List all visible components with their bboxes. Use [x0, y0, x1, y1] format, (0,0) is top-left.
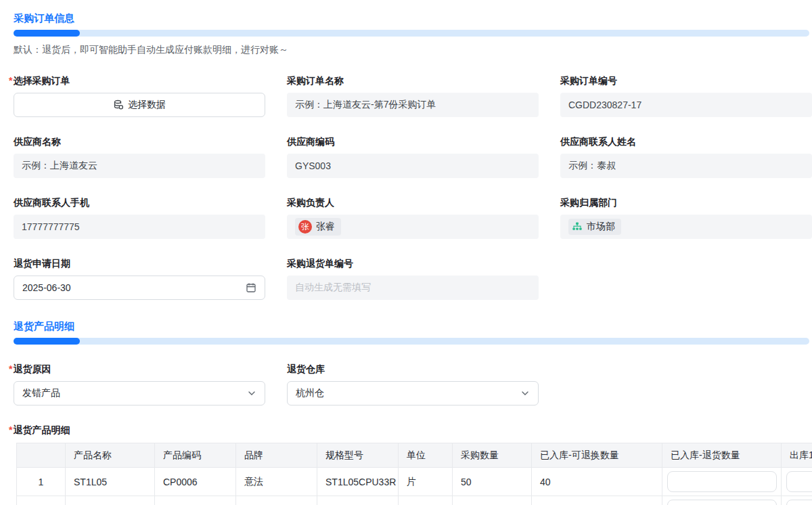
product-table-wrap: 产品名称 产品编码 品牌 规格型号 单位 采购数量 已入库-可退换数量 已入库-… — [16, 443, 812, 505]
supplier-name-value: 示例：上海道友云 — [14, 154, 265, 178]
outbound-qty-input[interactable] — [786, 500, 812, 505]
required-asterisk: * — [9, 424, 12, 437]
return-date-picker[interactable] — [14, 276, 265, 300]
purchaser-name: 张睿 — [316, 221, 335, 233]
section-detail-title: 退货产品明细 — [14, 320, 812, 332]
table-header-row: 产品名称 产品编码 品牌 规格型号 单位 采购数量 已入库-可退换数量 已入库-… — [17, 443, 812, 468]
cell-index: 2 — [17, 496, 66, 505]
col-header-spec: 规格型号 — [317, 443, 399, 468]
field-supplier-code: 供应商编码 GYS003 — [287, 136, 539, 178]
cell-returnable: 40 — [532, 468, 662, 496]
section-progress-track — [14, 30, 809, 37]
select-order-label: * 选择采购订单 — [14, 75, 265, 87]
cell-unit: 片 — [399, 468, 453, 496]
section-detail-header: 退货产品明细 — [14, 320, 812, 345]
cell-product-code: CP0006 — [155, 468, 236, 496]
supplier-contact-label: 供应商联系人姓名 — [560, 136, 812, 148]
col-header-returnable: 已入库-可退换数量 — [532, 443, 662, 468]
col-header-outbound: 出库1 — [782, 443, 812, 468]
cell-brand: 戴克威尔 — [236, 496, 317, 505]
outbound-qty-input[interactable] — [786, 471, 812, 492]
field-supplier-name: 供应商名称 示例：上海道友云 — [14, 136, 265, 178]
section-order-title: 采购订单信息 — [14, 12, 812, 24]
col-header-product-name: 产品名称 — [66, 443, 155, 468]
select-data-button[interactable]: 选择数据 — [14, 93, 265, 117]
cell-unit: 套 — [399, 496, 453, 505]
field-return-reason: * 退货原因 发错产品 — [14, 364, 265, 405]
supplier-name-label: 供应商名称 — [14, 136, 265, 148]
col-header-return-qty: 已入库-退货数量 — [662, 443, 782, 468]
table-row: 1 ST1L05 CP0006 意法 ST1L05CPU33R 片 50 40 — [17, 468, 812, 496]
return-reason-select[interactable]: 发错产品 — [14, 381, 265, 405]
supplier-phone-value: 17777777775 — [14, 215, 265, 239]
required-asterisk: * — [9, 75, 12, 87]
field-supplier-phone: 供应商联系人手机 17777777775 — [14, 197, 265, 239]
return-warehouse-value: 杭州仓 — [296, 387, 324, 399]
chevron-down-icon — [520, 389, 530, 398]
section-order-header: 采购订单信息 默认：退货后，即可智能助手自动生成应付账款明细，进行对账～ — [14, 12, 812, 56]
order-name-value: 示例：上海道友云-第7份采购订单 — [287, 93, 539, 117]
col-header-index — [17, 443, 66, 468]
return-warehouse-select[interactable]: 杭州仓 — [287, 381, 539, 405]
database-icon — [113, 100, 124, 110]
return-qty-input[interactable] — [667, 471, 777, 492]
return-reason-label: * 退货原因 — [14, 364, 265, 375]
purchaser-avatar: 张 — [298, 220, 312, 234]
col-header-unit: 单位 — [399, 443, 453, 468]
calendar-icon[interactable] — [246, 282, 256, 293]
cell-returnable: 40 — [532, 496, 662, 505]
field-return-date: 退货申请日期 — [14, 258, 265, 300]
form-row-5: * 退货原因 发错产品 退货仓库 杭州仓 — [14, 364, 812, 405]
order-no-label: 采购订单编号 — [560, 75, 812, 87]
supplier-code-value: GYS003 — [287, 154, 539, 178]
supplier-phone-label: 供应商联系人手机 — [14, 197, 265, 208]
cell-spec: 3C6KVA — [317, 496, 399, 505]
return-date-input[interactable] — [22, 282, 225, 293]
field-purchaser: 采购负责人 张 张睿 — [287, 197, 539, 239]
cell-qty: 50 — [453, 468, 532, 496]
section-detail-progress-track — [14, 338, 809, 345]
return-date-label: 退货申请日期 — [14, 258, 265, 269]
section-order-subtitle: 默认：退货后，即可智能助手自动生成应付账款明细，进行对账～ — [14, 43, 812, 56]
section-detail-progress-fill — [14, 338, 80, 345]
department-name: 市场部 — [587, 221, 615, 233]
department-value-field: 市场部 — [560, 215, 812, 239]
form-row-3: 供应商联系人手机 17777777775 采购负责人 张 张睿 采购归属部门 — [14, 197, 812, 239]
department-tag: 市场部 — [568, 219, 621, 235]
return-qty-input[interactable] — [667, 500, 777, 505]
col-header-brand: 品牌 — [236, 443, 317, 468]
product-table: 产品名称 产品编码 品牌 规格型号 单位 采购数量 已入库-可退换数量 已入库-… — [16, 443, 812, 505]
table-row: 2 UPS CP0005 戴克威尔 3C6KVA 套 50 40 — [17, 496, 812, 505]
cell-product-name: UPS — [66, 496, 155, 505]
return-warehouse-label: 退货仓库 — [287, 364, 539, 375]
cell-product-name: ST1L05 — [66, 468, 155, 496]
department-label: 采购归属部门 — [560, 197, 812, 208]
select-data-button-label: 选择数据 — [128, 99, 166, 111]
field-department: 采购归属部门 市场部 — [560, 197, 812, 239]
return-reason-value: 发错产品 — [22, 387, 60, 399]
col-header-qty: 采购数量 — [453, 443, 532, 468]
field-supplier-contact: 供应商联系人姓名 示例：泰叔 — [560, 136, 812, 178]
cell-brand: 意法 — [236, 468, 317, 496]
product-table-label: * 退货产品明细 — [14, 424, 812, 437]
form-row-1: * 选择采购订单 选择数据 采购订单名称 示例：上海道友云-第7份采购订 — [14, 75, 812, 117]
purchaser-tag: 张 张睿 — [295, 218, 341, 236]
order-name-label: 采购订单名称 — [287, 75, 539, 87]
return-no-label: 采购退货单编号 — [287, 258, 539, 269]
col-header-product-code: 产品编码 — [155, 443, 236, 468]
cell-spec: ST1L05CPU33R — [317, 468, 399, 496]
supplier-contact-value: 示例：泰叔 — [560, 154, 812, 178]
form-row-2: 供应商名称 示例：上海道友云 供应商编码 GYS003 供应商联系人姓名 示例：… — [14, 136, 812, 178]
section-progress-fill — [14, 30, 80, 37]
field-order-no: 采购订单编号 CGDD230827-17 — [560, 75, 812, 117]
return-no-placeholder: 自动生成无需填写 — [287, 276, 539, 300]
org-chart-icon — [572, 221, 583, 232]
field-select-order: * 选择采购订单 选择数据 — [14, 75, 265, 117]
cell-qty: 50 — [453, 496, 532, 505]
field-order-name: 采购订单名称 示例：上海道友云-第7份采购订单 — [287, 75, 539, 117]
field-return-warehouse: 退货仓库 杭州仓 — [287, 364, 539, 405]
field-return-no: 采购退货单编号 自动生成无需填写 — [287, 258, 539, 300]
order-no-value: CGDD230827-17 — [560, 93, 812, 117]
supplier-code-label: 供应商编码 — [287, 136, 539, 148]
cell-product-code: CP0005 — [155, 496, 236, 505]
